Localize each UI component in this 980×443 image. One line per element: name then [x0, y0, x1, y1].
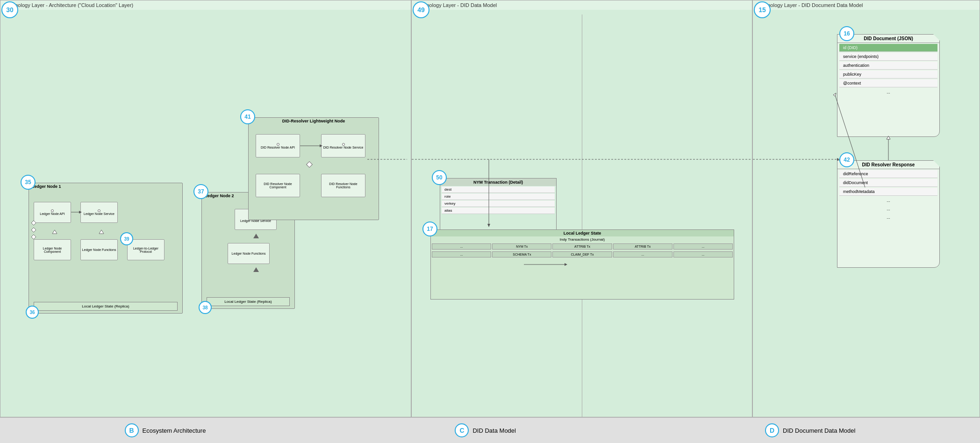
footer-circle-c: C: [455, 423, 469, 437]
footer-item-c: C DID Data Model: [455, 423, 515, 437]
tx-cell: ...: [673, 243, 733, 250]
did-resolver-functions: DID Resolver Node Functions: [321, 174, 365, 197]
did-resolver-api: DID Resolver Node API: [256, 134, 300, 157]
did-resolver-title: DID-Resolver Lightweight Node: [249, 118, 379, 124]
svg-marker-17: [833, 93, 836, 96]
ledger-node-1: 35 Ledger Node 1 Ledger Node API Ledger …: [29, 183, 183, 314]
did-document-box: DID Document (JSON) id (DID) service (en…: [837, 34, 940, 137]
resolver-arrows: [249, 118, 379, 220]
ledger-node-functions: Ledger Node Functions: [80, 239, 118, 260]
badge-42: 42: [839, 152, 854, 167]
svg-marker-2: [31, 228, 36, 232]
ledger-node-2-functions: Ledger Node Functions: [228, 243, 270, 264]
panel-c-title: Technology Layer - DID Data Model: [412, 0, 752, 10]
footer-item-d: D DID Document Data Model: [765, 423, 855, 437]
svg-marker-4: [52, 230, 57, 234]
tx-cell: CLAIM_DEF Tx: [552, 251, 612, 257]
rr-field-3: methodMetadata: [839, 188, 937, 196]
local-ledger-state-title: Local Ledger State: [431, 230, 734, 236]
ledger-tx-row-2: ... SCHEMA Tx CLAIM_DEF Tx ... ...: [431, 250, 734, 258]
badge-39: 39: [120, 232, 133, 245]
tx-cell: ATTRIB Tx: [552, 243, 612, 250]
svg-marker-5: [99, 230, 104, 234]
ledger-node-service: Ledger Node Service: [80, 202, 118, 223]
svg-marker-3: [31, 235, 36, 239]
panel-b-title: Technology Layer - Architecture ("Cloud …: [0, 0, 411, 10]
badge-17: 17: [422, 222, 437, 236]
did-doc-field-id: id (DID): [839, 44, 937, 52]
footer-label-c: DID Data Model: [472, 427, 515, 434]
nym-field-role: role: [442, 193, 555, 200]
ledger-node-api: Ledger Node API: [34, 202, 71, 223]
nym-field-verkey: verkey: [442, 200, 555, 207]
badge-49: 49: [413, 1, 429, 18]
panel-b: Technology Layer - Architecture ("Cloud …: [0, 0, 411, 417]
panel-c: Technology Layer - DID Data Model 49 50 …: [411, 0, 752, 417]
footer-item-b: B Ecosystem Architecture: [125, 423, 206, 437]
nym-field-alias: alias: [442, 207, 555, 214]
local-ledger-state-2: 38 Local Ledger State (Replica): [207, 297, 290, 306]
rr-field-6: ...: [839, 214, 937, 221]
did-resolver-component: DID Resolver Node Component: [256, 174, 300, 197]
badge-50: 50: [432, 170, 447, 185]
badge-35: 35: [21, 175, 36, 190]
did-resolver-response-box: DID Resolver Response didReference didDo…: [837, 160, 940, 268]
rr-field-2: didDocument: [839, 179, 937, 187]
main-container: Technology Layer - Architecture ("Cloud …: [0, 0, 980, 443]
did-doc-field-service: service (endpoints): [839, 53, 937, 61]
did-doc-field-auth: authentication: [839, 62, 937, 70]
footer-label-d: DID Document Data Model: [783, 427, 855, 434]
footer-circle-b: B: [125, 423, 139, 437]
footer-bar: B Ecosystem Architecture C DID Data Mode…: [0, 417, 980, 443]
badge-30: 30: [1, 1, 18, 18]
ledger-node-component: Ledger Node Component: [34, 239, 71, 260]
tx-cell: ATTRIB Tx: [613, 243, 672, 250]
panel-d-title: Technology Layer - DID Document Data Mod…: [753, 0, 980, 10]
did-doc-field-context: @context: [839, 79, 937, 87]
did-resolver-service: DID Resolver Node Service: [321, 134, 365, 157]
rr-field-1: didReference: [839, 170, 937, 178]
nym-field-dest: dest: [442, 186, 555, 193]
tx-cell: SCHEMA Tx: [492, 251, 551, 257]
rr-field-5: ...: [839, 205, 937, 213]
nym-transaction-title: NYM Transaction (Detail): [440, 179, 556, 186]
did-doc-field-dots: ...: [839, 88, 937, 96]
rr-field-4: ...: [839, 197, 937, 204]
badge-16: 16: [839, 26, 854, 41]
ledger-to-ledger-protocol: 39 Ledger-to-Ledger Protocol: [127, 239, 165, 260]
tx-cell: ...: [673, 251, 733, 257]
panel-d: Technology Layer - DID Document Data Mod…: [752, 0, 980, 417]
footer-label-b: Ecosystem Architecture: [143, 427, 206, 434]
ledger-node-1-title: Ledger Node 1: [29, 183, 182, 190]
diagrams-row: Technology Layer - Architecture ("Cloud …: [0, 0, 980, 417]
badge-36: 36: [26, 306, 39, 319]
badge-15: 15: [754, 1, 771, 18]
ledger-tx-row-1: ... NYM Tx ATTRIB Tx ATTRIB Tx ...: [431, 243, 734, 250]
tx-cell: ...: [432, 251, 491, 257]
tx-cell: NYM Tx: [492, 243, 551, 250]
badge-38: 38: [199, 301, 212, 314]
local-ledger-state-subtitle: Indy Transactions (Journal): [431, 236, 734, 243]
footer-circle-d: D: [765, 423, 779, 437]
did-doc-field-pubkey: publicKey: [839, 71, 937, 79]
badge-41: 41: [240, 109, 255, 124]
did-resolver-node: 41 DID-Resolver Lightweight Node DID Res…: [248, 117, 379, 220]
tx-cell: ...: [613, 251, 672, 257]
local-ledger-state-1: 36 Local Ledger State (Replica): [34, 302, 178, 311]
tx-cell: ...: [432, 243, 491, 250]
badge-37: 37: [193, 184, 208, 199]
local-ledger-state-main: 17 Local Ledger State Indy Transactions …: [430, 229, 734, 300]
